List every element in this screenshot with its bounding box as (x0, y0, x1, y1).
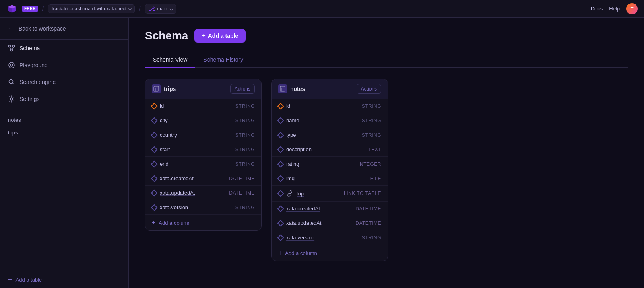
topnav-right: Docs Help T (591, 3, 638, 14)
add-table-plus-icon: + (202, 32, 205, 39)
notes-row-trip[interactable]: trip Link to table (272, 186, 388, 202)
sidebar-item-schema[interactable]: Schema (0, 40, 128, 57)
id-field-icon (151, 103, 158, 109)
notes-created-icon (277, 205, 284, 212)
logo (6, 3, 18, 14)
trips-version-type: String (235, 205, 255, 210)
sidebar-add-table-button[interactable]: + Add a table (0, 272, 128, 288)
page-header: Schema + Add a table (145, 29, 628, 43)
trips-table-header: trips Actions (145, 79, 261, 99)
notes-row-type[interactable]: type String (272, 128, 388, 142)
notes-row-description[interactable]: description Text (272, 142, 388, 157)
trips-table-title: trips (152, 84, 176, 93)
sidebar-item-search-label: Search engine (19, 79, 56, 85)
trips-created-name: xata.createdAt (160, 175, 194, 181)
svg-point-9 (10, 98, 13, 100)
notes-table-title: notes (278, 84, 305, 93)
country-field-icon (151, 132, 158, 138)
notes-name-name: name (286, 117, 299, 123)
notes-actions-button[interactable]: Actions (357, 84, 381, 94)
search-engine-icon (8, 78, 15, 86)
notes-desc-type: Text (368, 147, 381, 152)
end-field-icon (151, 160, 158, 167)
trips-end-name: end (160, 161, 169, 167)
sidebar-item-settings[interactable]: Settings (0, 91, 128, 107)
notes-row-rating[interactable]: rating Integer (272, 157, 388, 171)
page-title: Schema (145, 29, 188, 42)
notes-row-name[interactable]: name String (272, 113, 388, 128)
trips-actions-button[interactable]: Actions (230, 84, 255, 94)
trips-start-type: String (235, 147, 255, 152)
project-dropdown[interactable]: track-trip-dashboard-with-xata-next (48, 4, 135, 13)
notes-trip-icon (277, 190, 284, 197)
notes-name-type: String (362, 118, 381, 123)
trips-row-end[interactable]: end String (145, 157, 261, 171)
trips-created-type: Datetime (229, 176, 255, 181)
add-table-button[interactable]: + Add a table (194, 29, 246, 43)
trips-row-created[interactable]: xata.createdAt Datetime (145, 171, 261, 186)
trips-row-city[interactable]: city String (145, 113, 261, 128)
notes-img-type: File (370, 176, 381, 181)
link-icon (286, 190, 293, 197)
sidebar-item-settings-label: Settings (19, 96, 40, 102)
trips-version-name: xata.version (160, 204, 188, 210)
tab-schema-view-label: Schema View (153, 56, 187, 63)
user-avatar[interactable]: T (626, 3, 638, 14)
schema-icon (8, 45, 15, 52)
trips-row-start[interactable]: start String (145, 142, 261, 157)
docs-link[interactable]: Docs (591, 6, 603, 12)
tab-schema-history-label: Schema History (203, 56, 243, 63)
notes-row-version[interactable]: xata.version String (272, 230, 388, 245)
sidebar-table-trips[interactable]: trips (0, 126, 128, 139)
notes-updated-type: Datetime (355, 220, 381, 226)
notes-row-img[interactable]: img File (272, 171, 388, 186)
back-to-workspace-button[interactable]: ← Back to workspace (0, 18, 128, 40)
branch-name: main (157, 6, 167, 12)
trips-city-name: city (160, 117, 168, 123)
schema-tabs: Schema View Schema History (145, 52, 628, 68)
branch-icon: ⎇ (149, 6, 155, 12)
notes-row-created[interactable]: xata.createdAt Datetime (272, 202, 388, 216)
notes-type-icon (277, 132, 284, 138)
svg-point-0 (9, 45, 11, 47)
notes-row-id[interactable]: id String (272, 99, 388, 113)
notes-rating-type: Integer (358, 161, 381, 167)
notes-type-type: String (362, 132, 381, 138)
sidebar-table-notes[interactable]: notes (0, 114, 128, 126)
trips-row-updated[interactable]: xata.updatedAt Datetime (145, 186, 261, 200)
notes-desc-name: description (286, 146, 312, 152)
trips-row-id[interactable]: id String (145, 99, 261, 113)
svg-line-3 (10, 47, 12, 49)
trips-row-version[interactable]: xata.version String (145, 200, 261, 215)
branch-dropdown[interactable]: ⎇ main (145, 4, 176, 14)
main-layout: ← Back to workspace Schema (0, 18, 644, 288)
trips-updated-type: Datetime (229, 190, 255, 196)
tab-schema-history[interactable]: Schema History (195, 52, 251, 68)
sidebar-add-icon: + (8, 276, 12, 284)
svg-rect-13 (280, 86, 285, 91)
notes-add-col-icon: + (278, 249, 282, 257)
schema-table-trips: trips Actions id String city (145, 79, 262, 231)
created-field-icon (151, 175, 158, 182)
svg-line-8 (12, 83, 14, 84)
notes-row-updated[interactable]: xata.updatedAt Datetime (272, 216, 388, 230)
trips-table-icon (152, 84, 161, 93)
notes-id-icon (277, 103, 284, 109)
svg-point-1 (13, 45, 15, 47)
notes-table-icon (278, 84, 287, 93)
plan-badge: FREE (22, 6, 38, 12)
notes-trip-name: trip (297, 191, 304, 197)
sidebar-item-playground[interactable]: Playground (0, 57, 128, 74)
tab-schema-view[interactable]: Schema View (145, 52, 195, 68)
notes-trip-type: Link to table (344, 191, 381, 196)
updated-field-icon (151, 189, 158, 196)
sidebar-item-schema-label: Schema (19, 45, 40, 51)
trips-add-column-button[interactable]: + Add a column (145, 215, 261, 230)
sidebar-item-search-engine[interactable]: Search engine (0, 74, 128, 91)
trips-title-text: trips (164, 86, 176, 92)
help-link[interactable]: Help (609, 6, 620, 12)
notes-name-icon (277, 117, 284, 124)
project-name: track-trip-dashboard-with-xata-next (52, 6, 126, 12)
notes-add-column-button[interactable]: + Add a column (272, 245, 388, 261)
trips-row-country[interactable]: country String (145, 128, 261, 142)
